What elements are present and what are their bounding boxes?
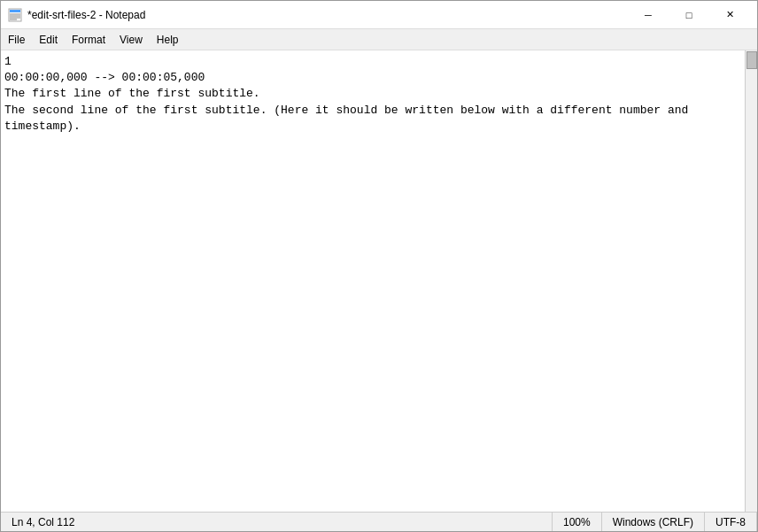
- menu-view[interactable]: View: [112, 29, 150, 50]
- menu-format[interactable]: Format: [65, 29, 112, 50]
- title-bar: *edit-srt-files-2 - Notepad ─ □ ✕: [1, 1, 757, 29]
- close-button[interactable]: ✕: [709, 1, 750, 29]
- app-icon: [8, 8, 22, 22]
- window-controls: ─ □ ✕: [628, 1, 750, 29]
- text-editor[interactable]: [1, 50, 745, 512]
- line-ending: Windows (CRLF): [613, 516, 693, 528]
- encoding: UTF-8: [715, 516, 746, 528]
- zoom-level: 100%: [563, 516, 591, 528]
- svg-rect-1: [10, 10, 20, 12]
- menu-edit[interactable]: Edit: [32, 29, 65, 50]
- notepad-window: *edit-srt-files-2 - Notepad ─ □ ✕ File E…: [0, 0, 758, 532]
- menu-file[interactable]: File: [1, 29, 32, 50]
- cursor-position: Ln 4, Col 112: [12, 516, 74, 528]
- title-bar-left: *edit-srt-files-2 - Notepad: [8, 8, 145, 22]
- menu-bar: File Edit Format View Help: [1, 29, 757, 50]
- menu-help[interactable]: Help: [150, 29, 186, 50]
- vertical-scrollbar[interactable]: [745, 50, 757, 512]
- status-zoom: 100%: [553, 513, 602, 531]
- editor-wrapper: [1, 50, 757, 512]
- scrollbar-thumb[interactable]: [746, 51, 757, 69]
- status-encoding: UTF-8: [705, 513, 757, 531]
- maximize-button[interactable]: □: [669, 1, 709, 29]
- status-line-ending: Windows (CRLF): [602, 513, 705, 531]
- window-title: *edit-srt-files-2 - Notepad: [27, 9, 145, 21]
- status-position: Ln 4, Col 112: [1, 513, 553, 531]
- minimize-button[interactable]: ─: [628, 1, 669, 29]
- status-bar: Ln 4, Col 112 100% Windows (CRLF) UTF-8: [1, 512, 757, 531]
